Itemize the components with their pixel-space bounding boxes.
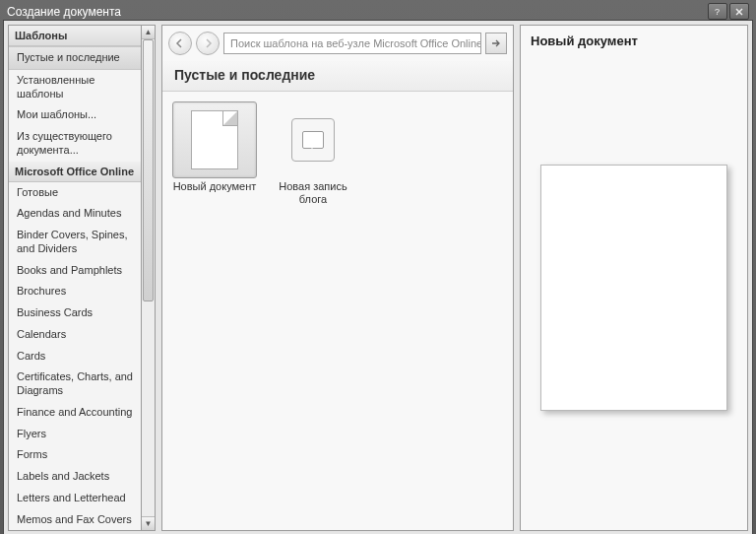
arrow-go-icon	[490, 37, 502, 49]
sidebar-item-letters[interactable]: Letters and Letterhead	[9, 488, 141, 509]
template-new-document[interactable]: Новый документ	[172, 101, 257, 193]
template-label: Новая запись блога	[271, 180, 355, 206]
sidebar-item-flyers[interactable]: Flyers	[9, 424, 141, 445]
preview-page	[540, 165, 727, 411]
sidebar-item-books[interactable]: Books and Pamphlets	[9, 260, 141, 282]
sidebar-item-my-templates[interactable]: Мои шаблоны...	[9, 104, 141, 126]
scroll-up-button[interactable]: ▲	[142, 26, 155, 39]
template-grid: Новый документ Новая запись блога	[162, 92, 513, 530]
toolbar: Поиск шаблона на веб-узле Microsoft Offi…	[162, 26, 513, 61]
help-button[interactable]: ?	[708, 3, 727, 20]
category-sidebar: Шаблоны Пустые и последние Установленные…	[8, 25, 142, 531]
template-thumb	[271, 101, 355, 178]
sidebar-item-blank-recent[interactable]: Пустые и последние	[9, 46, 141, 70]
template-label: Новый документ	[172, 180, 257, 193]
preview-panel: Новый документ	[520, 25, 748, 531]
titlebar: Создание документа ?	[3, 3, 753, 20]
scroll-track[interactable]	[142, 39, 155, 516]
sidebar-item-cards[interactable]: Cards	[9, 346, 141, 367]
sidebar-item-labels[interactable]: Labels and Jackets	[9, 466, 141, 488]
blog-icon	[291, 118, 335, 162]
sidebar-item-certificates[interactable]: Certificates, Charts, and Diagrams	[9, 367, 141, 402]
sidebar-header-templates: Шаблоны	[9, 26, 141, 46]
section-title: Пустые и последние	[162, 61, 513, 92]
close-button[interactable]	[729, 3, 749, 20]
sidebar-item-forms[interactable]: Forms	[9, 444, 141, 466]
scroll-thumb[interactable]	[143, 39, 154, 301]
sidebar-scrollbar[interactable]: ▲ ▼	[142, 25, 156, 531]
sidebar-container: Шаблоны Пустые и последние Установленные…	[8, 25, 156, 531]
search-input[interactable]: Поиск шаблона на веб-узле Microsoft Offi…	[223, 33, 481, 54]
search-go-button[interactable]	[485, 33, 507, 54]
preview-title: Новый документ	[521, 26, 747, 54]
template-new-blog-post[interactable]: Новая запись блога	[271, 101, 355, 206]
sidebar-item-memos[interactable]: Memos and Fax Covers	[9, 509, 141, 531]
arrow-right-icon	[202, 37, 214, 49]
help-icon: ?	[713, 7, 723, 17]
sidebar-item-agendas[interactable]: Agendas and Minutes	[9, 203, 141, 225]
search-placeholder: Поиск шаблона на веб-узле Microsoft Offi…	[230, 37, 481, 49]
document-icon	[191, 110, 238, 169]
template-panel: Поиск шаблона на веб-узле Microsoft Offi…	[161, 25, 514, 531]
nav-forward-button[interactable]	[196, 32, 220, 55]
window-title: Создание документа	[7, 5, 706, 19]
close-icon	[734, 7, 744, 17]
template-thumb	[172, 101, 257, 178]
sidebar-item-from-existing[interactable]: Из существующего документа...	[9, 126, 141, 162]
sidebar-item-calendars[interactable]: Calendars	[9, 324, 141, 346]
preview-body	[521, 54, 747, 530]
svg-text:?: ?	[715, 7, 720, 17]
sidebar-item-business-cards[interactable]: Business Cards	[9, 302, 141, 324]
scroll-down-button[interactable]: ▼	[142, 516, 155, 530]
sidebar-item-installed-templates[interactable]: Установленные шаблоны	[9, 70, 141, 105]
sidebar-item-featured[interactable]: Готовые	[9, 182, 141, 204]
dialog-content: Шаблоны Пустые и последние Установленные…	[3, 20, 753, 534]
main-area: Шаблоны Пустые и последние Установленные…	[4, 21, 752, 534]
sidebar-item-brochures[interactable]: Brochures	[9, 281, 141, 302]
sidebar-item-binder-covers[interactable]: Binder Covers, Spines, and Dividers	[9, 225, 141, 260]
sidebar-header-office-online: Microsoft Office Online	[9, 162, 141, 182]
sidebar-item-finance[interactable]: Finance and Accounting	[9, 402, 141, 424]
arrow-left-icon	[174, 37, 186, 49]
new-document-dialog: Создание документа ? Шаблоны Пустые и по…	[0, 0, 756, 534]
nav-back-button[interactable]	[168, 32, 192, 55]
